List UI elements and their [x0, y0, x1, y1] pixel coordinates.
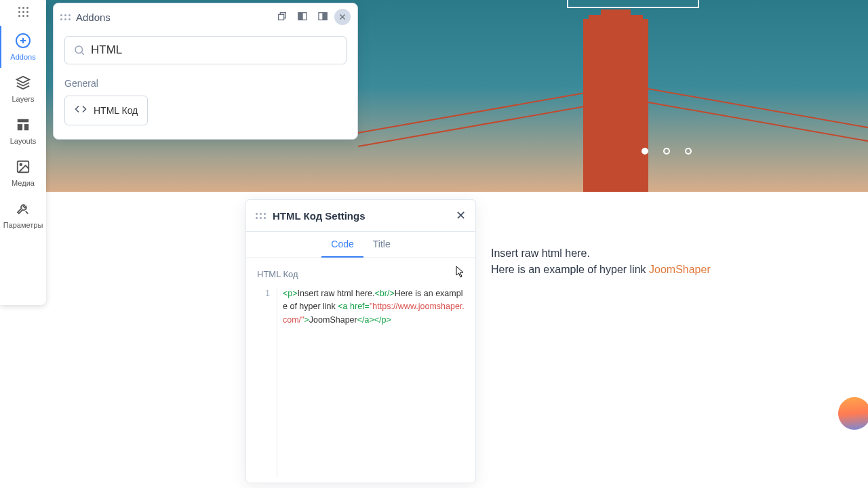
tab-code[interactable]: Code — [321, 232, 363, 258]
split-left-icon[interactable] — [294, 9, 311, 24]
hero-outline-box — [567, 0, 699, 8]
drag-handle-icon[interactable] — [60, 14, 71, 20]
search-input[interactable] — [91, 43, 338, 57]
restore-window-icon[interactable] — [273, 9, 291, 24]
preview-line: Here is an example of hyper link JoomSha… — [491, 262, 711, 278]
sidebar-item-label: Медиа — [12, 179, 35, 187]
left-sidebar: Addons Layers Layouts Медиа Параметры — [0, 0, 46, 305]
tools-icon — [15, 201, 31, 217]
search-icon — [73, 44, 85, 56]
svg-rect-14 — [323, 13, 327, 20]
sidebar-item-layouts[interactable]: Layouts — [0, 110, 46, 152]
addons-panel-title: Addons — [76, 12, 273, 23]
carousel-dot[interactable] — [663, 148, 670, 155]
addons-panel: Addons General HTML Код — [53, 3, 358, 140]
layout-icon — [15, 117, 31, 133]
sidebar-item-label: Layouts — [10, 137, 37, 145]
sidebar-item-addons[interactable]: Addons — [0, 26, 46, 68]
close-icon[interactable]: ✕ — [456, 208, 466, 223]
field-label: HTML Код — [257, 269, 465, 279]
settings-panel-title: HTML Код Settings — [273, 210, 456, 222]
carousel-pagination — [642, 148, 692, 155]
section-label: General — [64, 78, 347, 89]
addons-panel-header: Addons — [54, 3, 357, 30]
sidebar-item-label: Addons — [10, 53, 35, 61]
drag-handle-icon[interactable] — [256, 213, 266, 219]
sidebar-item-label: Layers — [12, 95, 34, 103]
bridge-cable — [358, 87, 612, 134]
layers-icon — [15, 75, 31, 91]
code-content[interactable]: <p>Insert raw html here.<br/>Here is an … — [277, 287, 465, 477]
drag-handle-icon[interactable] — [17, 5, 29, 18]
preview-output: Insert raw html here. Here is an example… — [491, 245, 711, 278]
sidebar-item-label: Параметры — [3, 221, 43, 229]
bridge-tower-top — [601, 9, 631, 16]
split-right-icon[interactable] — [314, 9, 332, 24]
addon-card-label: HTML Код — [94, 105, 138, 116]
preview-link[interactable]: JoomShaper — [649, 264, 711, 275]
settings-panel: HTML Код Settings ✕ Code Title HTML Код … — [245, 199, 476, 483]
svg-rect-4 — [18, 119, 29, 123]
close-icon[interactable] — [334, 9, 351, 25]
chat-bubble-icon[interactable] — [831, 390, 868, 436]
svg-rect-6 — [24, 124, 28, 130]
sidebar-item-params[interactable]: Параметры — [0, 194, 46, 236]
svg-rect-12 — [298, 13, 302, 20]
carousel-dot[interactable] — [685, 148, 692, 155]
image-icon — [15, 159, 31, 175]
addon-html-code[interactable]: HTML Код — [64, 96, 148, 125]
code-editor[interactable]: 1 <p>Insert raw html here.<br/>Here is a… — [257, 287, 465, 477]
svg-marker-3 — [17, 77, 29, 83]
svg-point-8 — [20, 163, 22, 165]
cursor-icon — [456, 266, 465, 278]
svg-line-18 — [81, 52, 83, 54]
code-icon — [75, 103, 87, 118]
svg-rect-5 — [18, 124, 22, 130]
sidebar-item-media[interactable]: Медиа — [0, 152, 46, 194]
search-box[interactable] — [64, 36, 347, 64]
svg-rect-10 — [279, 14, 284, 20]
settings-tabs: Code Title — [246, 232, 475, 258]
svg-point-17 — [75, 46, 83, 54]
plus-circle-icon — [15, 33, 31, 49]
bridge-cable — [358, 101, 612, 147]
preview-line: Insert raw html here. — [491, 245, 711, 262]
sidebar-item-layers[interactable]: Layers — [0, 68, 46, 110]
settings-panel-header: HTML Код Settings ✕ — [246, 200, 475, 232]
carousel-dot[interactable] — [642, 148, 648, 155]
tab-title[interactable]: Title — [363, 232, 400, 258]
line-gutter: 1 — [257, 287, 277, 477]
